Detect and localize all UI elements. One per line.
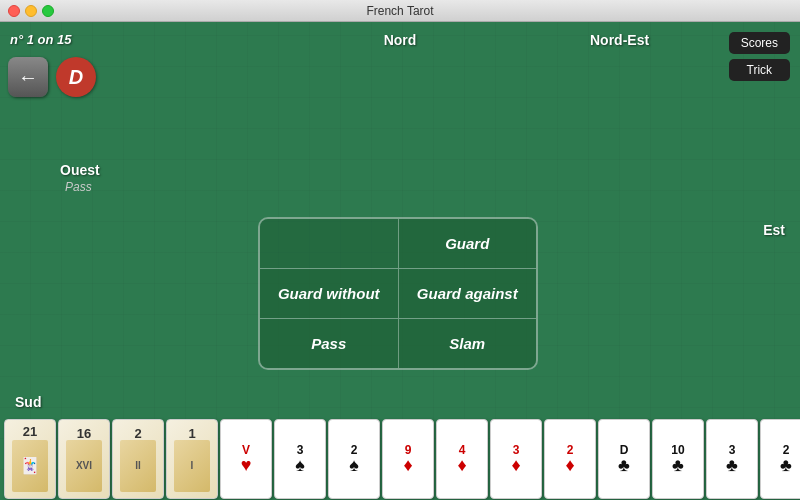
- bid-guard-without-button[interactable]: Guard without: [260, 269, 399, 318]
- traffic-lights: [8, 5, 54, 17]
- card-4-diamonds[interactable]: 4 ♦: [436, 419, 488, 499]
- card-9-diamonds[interactable]: 9 ♦: [382, 419, 434, 499]
- bid-row-1: Guard: [260, 219, 536, 269]
- bid-slam-button[interactable]: Slam: [399, 319, 537, 368]
- window-title: French Tarot: [366, 4, 433, 18]
- game-table: n° 1 on 15 Nord Nord-Est Est Ouest Pass …: [0, 22, 800, 500]
- dealer-icon: D: [56, 57, 96, 97]
- card-10-clubs[interactable]: 10 ♣: [652, 419, 704, 499]
- card-valet-hearts[interactable]: V ♥: [220, 419, 272, 499]
- player-nordest: Nord-Est: [590, 32, 649, 48]
- player-ouest: Ouest: [60, 162, 100, 178]
- player-sud: Sud: [15, 394, 41, 410]
- card-dame-clubs[interactable]: D ♣: [598, 419, 650, 499]
- scores-button[interactable]: Scores: [729, 32, 790, 54]
- bid-row-2: Guard without Guard against: [260, 269, 536, 319]
- bid-row-3: Pass Slam: [260, 319, 536, 368]
- card-1-trump[interactable]: 1 I: [166, 419, 218, 499]
- maximize-button[interactable]: [42, 5, 54, 17]
- player-nord: Nord: [384, 32, 417, 48]
- top-buttons-panel: Scores Trick: [729, 32, 790, 81]
- card-2-clubs[interactable]: 2 ♣: [760, 419, 800, 499]
- card-16-trump[interactable]: 16 XVI: [58, 419, 110, 499]
- card-2-trump[interactable]: 2 II: [112, 419, 164, 499]
- card-2-spades[interactable]: 2 ♠: [328, 419, 380, 499]
- card-3-diamonds[interactable]: 3 ♦: [490, 419, 542, 499]
- card-21-trump[interactable]: 21 🃏: [4, 419, 56, 499]
- player-hand: 21 🃏 16 XVI 2 II 1 I V ♥ 3 ♠: [0, 415, 800, 500]
- card-2-diamonds[interactable]: 2 ♦: [544, 419, 596, 499]
- dealer-letter: D: [69, 66, 83, 89]
- back-button[interactable]: ←: [8, 57, 48, 97]
- bid-pass-button[interactable]: Pass: [260, 319, 399, 368]
- titlebar: French Tarot: [0, 0, 800, 22]
- close-button[interactable]: [8, 5, 20, 17]
- bid-guard-button[interactable]: Guard: [399, 219, 537, 268]
- bid-cell-empty: [260, 219, 399, 268]
- bid-guard-against-button[interactable]: Guard against: [399, 269, 537, 318]
- player-ouest-status: Pass: [65, 180, 92, 194]
- card-3-clubs[interactable]: 3 ♣: [706, 419, 758, 499]
- player-est: Est: [763, 222, 785, 238]
- trick-button[interactable]: Trick: [729, 59, 790, 81]
- bid-dialog: Guard Guard without Guard against Pass S…: [258, 217, 538, 370]
- game-number: n° 1 on 15: [10, 32, 72, 47]
- card-3-spades[interactable]: 3 ♠: [274, 419, 326, 499]
- minimize-button[interactable]: [25, 5, 37, 17]
- back-icon: ←: [18, 66, 38, 89]
